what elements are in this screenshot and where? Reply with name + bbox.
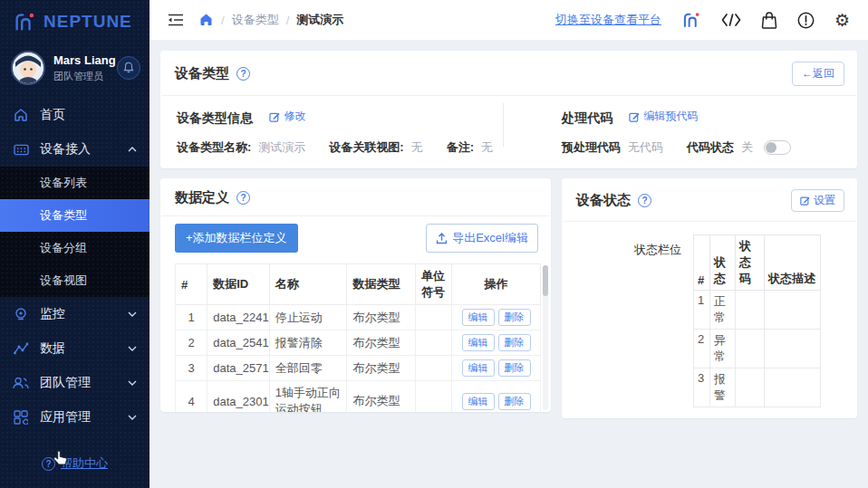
sidebar-item-label: 团队管理	[40, 375, 128, 391]
cell-index: 2	[694, 330, 710, 368]
data-definition-table: # 数据ID 名称 数据类型 单位符号 操作 1 data_2241 停止运动 …	[175, 263, 541, 412]
status-table: # 状态 状态码 状态描述 1 正常 2 异常	[693, 234, 821, 407]
field-label: 代码状态	[687, 139, 734, 156]
neptune-logo-icon[interactable]	[681, 11, 701, 29]
modify-link[interactable]: 修改	[269, 109, 305, 124]
table-scrollbar[interactable]	[543, 265, 548, 410]
breadcrumb-separator: /	[221, 14, 225, 27]
settings-gear-icon[interactable]: ⚙	[834, 12, 850, 29]
sidebar-item-device-list[interactable]: 设备列表	[0, 167, 149, 199]
sidebar-item-monitoring[interactable]: 监控	[0, 297, 149, 331]
device-status-panel: 设备状态 ? 设置 状态栏位 # 状态 状态码 状态描述 1 正常	[562, 178, 857, 418]
question-circle-icon[interactable]: ?	[236, 191, 250, 205]
status-field-label: 状态栏位	[634, 242, 681, 258]
apps-icon	[13, 409, 29, 426]
cell-type: 布尔类型	[347, 356, 416, 381]
sidebar-item-team-management[interactable]: 团队管理	[0, 366, 149, 400]
cell-unit	[415, 381, 451, 413]
sidebar-item-device-group[interactable]: 设备分组	[0, 232, 149, 264]
edit-precode-link[interactable]: 编辑预代码	[629, 109, 698, 124]
code-status-toggle[interactable]	[764, 140, 791, 155]
device-status-title: 设备状态	[576, 192, 631, 209]
status-settings-button[interactable]: 设置	[791, 189, 844, 212]
cell-unit	[415, 330, 451, 356]
switch-platform-link[interactable]: 切换至设备查看平台	[555, 12, 661, 28]
cell-index: 2	[176, 330, 207, 356]
col-status: 状态	[710, 235, 736, 291]
cell-name: 报警清除	[269, 330, 347, 356]
sidebar-item-device-access[interactable]: 设备接入	[0, 132, 149, 167]
cell-type: 布尔类型	[347, 305, 416, 330]
sidebar-item-data[interactable]: 数据	[0, 331, 149, 366]
delete-button[interactable]: 删除	[498, 309, 531, 326]
sidebar-item-app-management[interactable]: 应用管理	[0, 400, 149, 435]
shop-bag-icon[interactable]	[761, 12, 777, 29]
cell-data-id: data_2301	[207, 381, 270, 413]
sidebar: NEPTUNE Mars Liang 团队管理员	[0, 0, 149, 488]
data-definition-header: 数据定义 ?	[160, 178, 551, 215]
add-data-field-button[interactable]: +添加数据栏位定义	[175, 224, 298, 253]
scrollbar-thumb[interactable]	[543, 265, 548, 296]
monitor-icon	[13, 306, 29, 322]
question-circle-icon[interactable]: ?	[638, 194, 651, 207]
export-icon	[436, 233, 448, 244]
info-section-title: 设备类型信息	[177, 110, 253, 127]
cell-data-id: data_2241	[207, 305, 270, 330]
device-type-panel-header: 设备类型 ? ←返回	[160, 51, 857, 95]
sidebar-menu: 首页 设备接入 设备列表 设备类型 设备分组 设备视图 监控	[0, 98, 149, 435]
edit-pencil-icon	[269, 111, 280, 122]
code-fields: 预处理代码 无代码 代码状态 关	[562, 139, 791, 156]
field-label: 设备类型名称:	[177, 139, 251, 156]
chevron-down-icon	[128, 346, 137, 351]
notification-bell-button[interactable]	[117, 56, 140, 80]
delete-button[interactable]: 删除	[498, 393, 531, 410]
question-circle-icon[interactable]: ?	[236, 67, 250, 81]
edit-precode-link-label: 编辑预代码	[643, 109, 698, 124]
avatar[interactable]	[11, 51, 45, 85]
col-status-code: 状态码	[736, 235, 765, 291]
table-header-row: # 状态 状态码 状态描述	[694, 235, 821, 291]
breadcrumb-home-icon[interactable]	[198, 13, 214, 27]
cell-type: 布尔类型	[347, 330, 416, 356]
col-unit: 单位符号	[415, 264, 451, 305]
col-index: #	[694, 235, 710, 291]
data-definition-title: 数据定义	[175, 189, 229, 206]
sidebar-collapse-icon[interactable]	[168, 13, 184, 27]
cell-name: 全部回零	[269, 356, 347, 381]
device-status-header: 设备状态 ? 设置	[562, 178, 857, 221]
edit-button[interactable]: 编辑	[462, 359, 495, 377]
chevron-down-icon	[128, 311, 137, 317]
sidebar-item-home[interactable]: 首页	[0, 98, 149, 132]
back-button[interactable]: ←返回	[792, 62, 844, 86]
cell-status-desc	[765, 291, 821, 330]
sidebar-item-label: 数据	[40, 340, 128, 357]
field-label: 备注:	[447, 139, 474, 156]
col-name: 名称	[269, 264, 347, 305]
help-center[interactable]: ? 帮助中心	[0, 455, 149, 472]
cell-status-desc	[765, 368, 821, 407]
delete-button[interactable]: 删除	[498, 334, 531, 351]
breadcrumb-current-page: 测试演示	[296, 12, 343, 28]
cell-name: 1轴手动正向运动按钮	[269, 381, 347, 413]
chevron-down-icon	[128, 415, 137, 420]
alert-info-icon[interactable]	[797, 12, 815, 29]
code-icon[interactable]	[721, 13, 741, 27]
breadcrumb-device-type[interactable]: 设备类型	[232, 12, 279, 28]
delete-button[interactable]: 删除	[498, 359, 531, 377]
edit-button[interactable]: 编辑	[462, 309, 495, 326]
cell-unit	[415, 356, 451, 381]
field-value: 无代码	[628, 139, 663, 156]
logo: NEPTUNE	[0, 0, 149, 42]
edit-button[interactable]: 编辑	[462, 393, 495, 410]
sidebar-item-device-view[interactable]: 设备视图	[0, 264, 149, 297]
device-status-body: 状态栏位 # 状态 状态码 状态描述 1 正常 2 异	[562, 222, 857, 238]
neptune-logo-icon	[13, 11, 36, 33]
user-role: 团队管理员	[53, 70, 117, 83]
sidebar-item-device-type[interactable]: 设备类型	[0, 199, 149, 232]
cell-status: 异常	[710, 330, 736, 368]
device-type-panel: 设备类型 ? ←返回 设备类型信息 修改 设备类型名称: 测试演示 设备关联视图…	[160, 51, 857, 168]
export-excel-button[interactable]: 导出Excel编辑	[426, 224, 538, 253]
sidebar-item-label: 设备接入	[40, 141, 128, 158]
user-meta: Mars Liang 团队管理员	[53, 53, 117, 83]
edit-button[interactable]: 编辑	[462, 334, 495, 351]
